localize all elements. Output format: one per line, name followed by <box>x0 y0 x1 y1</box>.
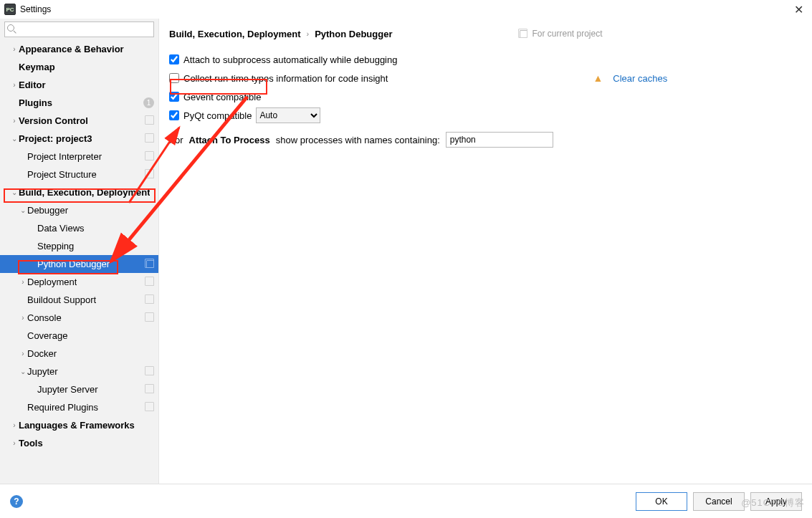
attach-process-post: show processes with names containing: <box>276 135 440 145</box>
main-panel: Build, Execution, Deployment › Python De… <box>159 19 812 484</box>
attach-process-bold: Attach To Process <box>189 135 270 145</box>
sidebar-item-languages-frameworks[interactable]: ›Languages & Frameworks <box>0 416 158 434</box>
chevron-icon: ⌄ <box>19 368 27 375</box>
sidebar: ›Appearance & BehaviorKeymap›EditorPlugi… <box>0 19 159 484</box>
sidebar-item-buildout-support[interactable]: Buildout Support <box>0 291 158 309</box>
sidebar-item-label: Python Debugger <box>37 259 110 269</box>
sidebar-item-project-project3[interactable]: ⌄Project: project3 <box>0 130 158 148</box>
project-scope-icon <box>146 171 154 178</box>
project-scope-icon <box>520 30 527 38</box>
gevent-checkbox[interactable] <box>169 92 179 102</box>
sidebar-item-jupyter[interactable]: ⌄Jupyter <box>0 363 158 380</box>
project-scope-icon <box>146 260 154 268</box>
sidebar-item-project-interpreter[interactable]: Project Interpreter <box>0 148 158 166</box>
pyqt-checkbox[interactable] <box>169 110 179 120</box>
project-scope-icon <box>146 153 154 160</box>
sidebar-item-label: Project Structure <box>27 169 97 180</box>
app-icon: PC <box>4 4 16 15</box>
chevron-right-icon: › <box>306 29 309 38</box>
chevron-icon: › <box>19 278 27 286</box>
cancel-button[interactable]: Cancel <box>693 492 745 511</box>
sidebar-item-label: Coverage <box>27 330 67 341</box>
for-current-project-label: For current project <box>532 29 602 39</box>
watermark: @51CTO博客 <box>741 497 805 509</box>
window-title: Settings <box>20 4 51 14</box>
search-input[interactable] <box>4 21 154 37</box>
sidebar-item-label: Appearance & Behavior <box>19 44 124 54</box>
project-scope-icon <box>146 296 154 304</box>
titlebar: PC Settings ✕ <box>0 0 812 19</box>
sidebar-item-deployment[interactable]: ›Deployment <box>0 273 158 291</box>
attach-process-pre: For <box>169 135 183 145</box>
crumb-python-debugger: Python Debugger <box>315 29 392 39</box>
chevron-icon: › <box>19 314 27 322</box>
sidebar-item-label: Keymap <box>19 62 55 72</box>
sidebar-item-tools[interactable]: ›Tools <box>0 434 158 452</box>
search-icon <box>7 24 14 32</box>
sidebar-item-label: Editor <box>19 80 46 90</box>
attach-process-input[interactable] <box>446 132 553 148</box>
pyqt-label: PyQt compatible <box>183 110 252 121</box>
sidebar-item-stepping[interactable]: Stepping <box>0 237 158 255</box>
sidebar-item-jupyter-server[interactable]: Jupyter Server <box>0 380 158 398</box>
sidebar-item-plugins[interactable]: Plugins1 <box>0 94 158 112</box>
chevron-icon: › <box>10 45 19 53</box>
gevent-label: Gevent compatible <box>183 92 261 102</box>
chevron-icon: ⌄ <box>10 135 19 143</box>
sidebar-item-label: Deployment <box>27 277 77 287</box>
sidebar-item-project-structure[interactable]: Project Structure <box>0 166 158 183</box>
sidebar-item-label: Jupyter Server <box>37 384 98 395</box>
sidebar-item-build-execution-deployment[interactable]: ⌄Build, Execution, Deployment <box>0 183 158 201</box>
chevron-icon: › <box>10 81 19 89</box>
sidebar-item-keymap[interactable]: Keymap <box>0 58 158 76</box>
sidebar-item-docker[interactable]: ›Docker <box>0 345 158 363</box>
sidebar-item-appearance-behavior[interactable]: ›Appearance & Behavior <box>0 40 158 58</box>
collect-types-checkbox[interactable] <box>169 73 179 83</box>
crumb-build: Build, Execution, Deployment <box>169 29 300 39</box>
project-scope-icon <box>146 135 154 143</box>
sidebar-item-label: Tools <box>19 438 43 449</box>
chevron-icon: › <box>10 439 19 447</box>
collect-types-label: Collect run-time types information for c… <box>183 73 388 84</box>
sidebar-item-label: Stepping <box>37 241 74 251</box>
help-icon[interactable]: ? <box>10 495 23 508</box>
sidebar-item-label: Build, Execution, Deployment <box>19 187 150 198</box>
pyqt-select[interactable]: Auto <box>256 107 320 123</box>
sidebar-item-editor[interactable]: ›Editor <box>0 76 158 94</box>
sidebar-item-label: Version Control <box>19 115 88 126</box>
chevron-icon: › <box>10 117 19 125</box>
sidebar-item-debugger[interactable]: ⌄Debugger <box>0 201 158 219</box>
sidebar-item-label: Buildout Support <box>27 294 96 305</box>
sidebar-item-coverage[interactable]: Coverage <box>0 327 158 345</box>
sidebar-item-data-views[interactable]: Data Views <box>0 219 158 237</box>
close-icon[interactable]: ✕ <box>790 3 808 16</box>
sidebar-item-python-debugger[interactable]: Python Debugger <box>0 255 158 273</box>
chevron-icon: › <box>10 421 19 429</box>
badge-count: 1 <box>143 97 154 108</box>
clear-caches-link[interactable]: Clear caches <box>613 73 667 84</box>
for-current-project-hint: For current project <box>520 29 602 39</box>
ok-button[interactable]: OK <box>636 492 687 511</box>
settings-tree: ›Appearance & BehaviorKeymap›EditorPlugi… <box>0 40 158 484</box>
project-scope-icon <box>146 385 154 393</box>
project-scope-icon <box>146 314 154 322</box>
sidebar-item-label: Data Views <box>37 223 85 234</box>
chevron-icon: ⌄ <box>10 188 19 196</box>
sidebar-item-console[interactable]: ›Console <box>0 309 158 327</box>
sidebar-item-label: Jupyter <box>27 366 58 377</box>
attach-subprocess-checkbox[interactable] <box>169 54 179 64</box>
project-scope-icon <box>146 117 154 125</box>
sidebar-item-required-plugins[interactable]: Required Plugins <box>0 398 158 416</box>
sidebar-item-label: Console <box>27 312 62 323</box>
chevron-icon: › <box>19 350 27 358</box>
chevron-icon: ⌄ <box>19 206 27 214</box>
breadcrumb: Build, Execution, Deployment › Python De… <box>169 24 802 43</box>
sidebar-item-label: Plugins <box>19 97 52 108</box>
sidebar-item-label: Required Plugins <box>27 402 98 413</box>
sidebar-item-label: Debugger <box>27 205 68 216</box>
attach-subprocess-label: Attach to subprocess automatically while… <box>183 54 397 65</box>
sidebar-item-label: Languages & Frameworks <box>19 420 135 431</box>
warning-icon: ▲ <box>593 72 603 84</box>
sidebar-item-version-control[interactable]: ›Version Control <box>0 112 158 130</box>
dialog-footer: ? OK Cancel Apply <box>0 484 812 518</box>
